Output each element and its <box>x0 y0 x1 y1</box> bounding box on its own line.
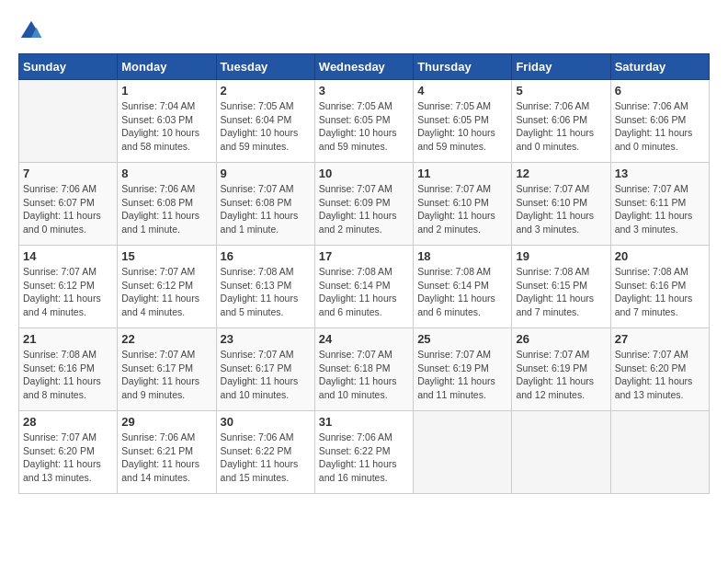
calendar-cell: 17Sunrise: 7:08 AM Sunset: 6:14 PM Dayli… <box>314 246 413 328</box>
day-info: Sunrise: 7:07 AM Sunset: 6:17 PM Dayligh… <box>121 348 211 402</box>
day-header-tuesday: Tuesday <box>216 54 314 80</box>
day-number: 16 <box>221 249 311 263</box>
calendar-cell: 23Sunrise: 7:07 AM Sunset: 6:17 PM Dayli… <box>216 328 314 411</box>
header <box>18 18 710 44</box>
day-info: Sunrise: 7:08 AM Sunset: 6:16 PM Dayligh… <box>23 348 113 402</box>
day-info: Sunrise: 7:08 AM Sunset: 6:13 PM Dayligh… <box>221 265 311 319</box>
day-info: Sunrise: 7:07 AM Sunset: 6:12 PM Dayligh… <box>23 265 113 319</box>
day-info: Sunrise: 7:08 AM Sunset: 6:14 PM Dayligh… <box>319 265 409 319</box>
calendar-cell: 18Sunrise: 7:08 AM Sunset: 6:14 PM Dayli… <box>414 246 512 328</box>
calendar-cell: 24Sunrise: 7:07 AM Sunset: 6:18 PM Dayli… <box>314 328 413 411</box>
calendar-cell <box>610 411 709 494</box>
day-header-thursday: Thursday <box>414 54 512 80</box>
calendar-cell: 8Sunrise: 7:06 AM Sunset: 6:08 PM Daylig… <box>118 163 216 246</box>
calendar-cell: 25Sunrise: 7:07 AM Sunset: 6:19 PM Dayli… <box>414 328 512 411</box>
day-number: 15 <box>121 249 211 263</box>
day-number: 17 <box>319 249 409 263</box>
day-info: Sunrise: 7:06 AM Sunset: 6:06 PM Dayligh… <box>516 99 606 154</box>
day-info: Sunrise: 7:07 AM Sunset: 6:19 PM Dayligh… <box>417 348 507 402</box>
day-number: 26 <box>516 332 606 346</box>
day-number: 18 <box>417 249 507 263</box>
day-number: 2 <box>221 84 311 98</box>
day-number: 20 <box>615 249 705 263</box>
days-header-row: SundayMondayTuesdayWednesdayThursdayFrid… <box>19 54 710 80</box>
day-info: Sunrise: 7:06 AM Sunset: 6:08 PM Dayligh… <box>121 182 211 236</box>
calendar-cell: 21Sunrise: 7:08 AM Sunset: 6:16 PM Dayli… <box>19 328 118 411</box>
calendar-cell: 16Sunrise: 7:08 AM Sunset: 6:13 PM Dayli… <box>216 246 314 328</box>
calendar-cell: 7Sunrise: 7:06 AM Sunset: 6:07 PM Daylig… <box>19 163 118 246</box>
day-header-saturday: Saturday <box>610 54 709 80</box>
day-header-friday: Friday <box>512 54 610 80</box>
day-header-monday: Monday <box>118 54 216 80</box>
calendar-cell: 29Sunrise: 7:06 AM Sunset: 6:21 PM Dayli… <box>118 411 216 494</box>
day-number: 29 <box>121 415 211 429</box>
calendar-cell: 30Sunrise: 7:06 AM Sunset: 6:22 PM Dayli… <box>216 411 314 494</box>
calendar-cell <box>512 411 610 494</box>
calendar-cell: 20Sunrise: 7:08 AM Sunset: 6:16 PM Dayli… <box>610 246 709 328</box>
week-row-5: 28Sunrise: 7:07 AM Sunset: 6:20 PM Dayli… <box>19 411 710 494</box>
day-info: Sunrise: 7:06 AM Sunset: 6:22 PM Dayligh… <box>221 431 311 485</box>
day-number: 14 <box>23 249 113 263</box>
day-number: 22 <box>121 332 211 346</box>
day-number: 9 <box>221 167 311 180</box>
calendar-cell: 14Sunrise: 7:07 AM Sunset: 6:12 PM Dayli… <box>19 246 118 328</box>
day-number: 25 <box>417 332 507 346</box>
calendar-cell: 3Sunrise: 7:05 AM Sunset: 6:05 PM Daylig… <box>314 80 413 163</box>
calendar-cell: 5Sunrise: 7:06 AM Sunset: 6:06 PM Daylig… <box>512 80 610 163</box>
day-info: Sunrise: 7:07 AM Sunset: 6:11 PM Dayligh… <box>615 182 705 236</box>
day-number: 21 <box>23 332 113 346</box>
day-header-sunday: Sunday <box>19 54 118 80</box>
calendar-cell: 31Sunrise: 7:06 AM Sunset: 6:22 PM Dayli… <box>314 411 413 494</box>
day-info: Sunrise: 7:07 AM Sunset: 6:10 PM Dayligh… <box>417 182 507 236</box>
day-number: 4 <box>417 84 507 98</box>
day-info: Sunrise: 7:05 AM Sunset: 6:05 PM Dayligh… <box>319 99 409 154</box>
day-info: Sunrise: 7:07 AM Sunset: 6:20 PM Dayligh… <box>615 348 705 402</box>
day-info: Sunrise: 7:05 AM Sunset: 6:04 PM Dayligh… <box>221 99 311 154</box>
calendar-cell: 19Sunrise: 7:08 AM Sunset: 6:15 PM Dayli… <box>512 246 610 328</box>
day-header-wednesday: Wednesday <box>314 54 413 80</box>
calendar-cell: 10Sunrise: 7:07 AM Sunset: 6:09 PM Dayli… <box>314 163 413 246</box>
day-number: 28 <box>23 415 113 429</box>
week-row-2: 7Sunrise: 7:06 AM Sunset: 6:07 PM Daylig… <box>19 163 710 246</box>
calendar-cell: 28Sunrise: 7:07 AM Sunset: 6:20 PM Dayli… <box>19 411 118 494</box>
calendar-cell: 1Sunrise: 7:04 AM Sunset: 6:03 PM Daylig… <box>118 80 216 163</box>
day-info: Sunrise: 7:08 AM Sunset: 6:14 PM Dayligh… <box>417 265 507 319</box>
day-info: Sunrise: 7:07 AM Sunset: 6:20 PM Dayligh… <box>23 431 113 485</box>
day-info: Sunrise: 7:07 AM Sunset: 6:08 PM Dayligh… <box>221 182 311 236</box>
day-info: Sunrise: 7:05 AM Sunset: 6:05 PM Dayligh… <box>417 99 507 154</box>
day-info: Sunrise: 7:06 AM Sunset: 6:07 PM Dayligh… <box>23 182 113 236</box>
calendar-cell: 11Sunrise: 7:07 AM Sunset: 6:10 PM Dayli… <box>414 163 512 246</box>
day-number: 19 <box>516 249 606 263</box>
day-info: Sunrise: 7:08 AM Sunset: 6:16 PM Dayligh… <box>615 265 705 319</box>
day-info: Sunrise: 7:06 AM Sunset: 6:22 PM Dayligh… <box>319 431 409 485</box>
calendar-cell: 27Sunrise: 7:07 AM Sunset: 6:20 PM Dayli… <box>610 328 709 411</box>
day-number: 1 <box>121 84 211 98</box>
day-info: Sunrise: 7:06 AM Sunset: 6:21 PM Dayligh… <box>121 431 211 485</box>
day-info: Sunrise: 7:07 AM Sunset: 6:12 PM Dayligh… <box>121 265 211 319</box>
calendar-table: SundayMondayTuesdayWednesdayThursdayFrid… <box>18 53 710 494</box>
day-number: 12 <box>516 167 606 180</box>
calendar-cell <box>19 80 118 163</box>
day-number: 30 <box>221 415 311 429</box>
day-info: Sunrise: 7:07 AM Sunset: 6:19 PM Dayligh… <box>516 348 606 402</box>
logo-icon <box>18 18 44 44</box>
day-number: 13 <box>615 167 705 180</box>
day-number: 11 <box>417 167 507 180</box>
day-number: 24 <box>319 332 409 346</box>
calendar-cell: 6Sunrise: 7:06 AM Sunset: 6:06 PM Daylig… <box>610 80 709 163</box>
calendar-cell: 22Sunrise: 7:07 AM Sunset: 6:17 PM Dayli… <box>118 328 216 411</box>
day-number: 8 <box>121 167 211 180</box>
week-row-3: 14Sunrise: 7:07 AM Sunset: 6:12 PM Dayli… <box>19 246 710 328</box>
day-info: Sunrise: 7:07 AM Sunset: 6:18 PM Dayligh… <box>319 348 409 402</box>
calendar-cell <box>414 411 512 494</box>
calendar-cell: 15Sunrise: 7:07 AM Sunset: 6:12 PM Dayli… <box>118 246 216 328</box>
day-number: 23 <box>221 332 311 346</box>
calendar-cell: 13Sunrise: 7:07 AM Sunset: 6:11 PM Dayli… <box>610 163 709 246</box>
day-number: 5 <box>516 84 606 98</box>
day-number: 27 <box>615 332 705 346</box>
day-number: 6 <box>615 84 705 98</box>
calendar-cell: 26Sunrise: 7:07 AM Sunset: 6:19 PM Dayli… <box>512 328 610 411</box>
calendar-cell: 12Sunrise: 7:07 AM Sunset: 6:10 PM Dayli… <box>512 163 610 246</box>
day-info: Sunrise: 7:06 AM Sunset: 6:06 PM Dayligh… <box>615 99 705 154</box>
day-info: Sunrise: 7:07 AM Sunset: 6:17 PM Dayligh… <box>221 348 311 402</box>
